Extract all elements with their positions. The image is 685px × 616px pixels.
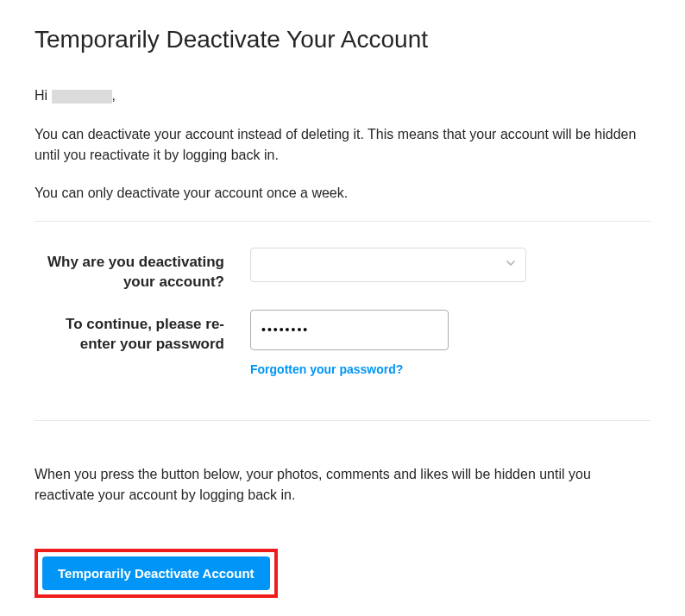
form-section: Why are you deactivating your account? T… — [35, 221, 650, 420]
bottom-paragraph: When you press the button below, your ph… — [35, 464, 650, 506]
reason-row: Why are you deactivating your account? — [35, 248, 650, 292]
username-redacted — [52, 90, 112, 104]
password-row: To continue, please re-enter your passwo… — [35, 310, 650, 377]
button-highlight: Temporarily Deactivate Account — [35, 549, 278, 598]
page-title: Temporarily Deactivate Your Account — [35, 26, 650, 53]
greeting-suffix: , — [112, 88, 116, 103]
password-input[interactable] — [250, 310, 449, 350]
deactivate-button[interactable]: Temporarily Deactivate Account — [42, 556, 270, 590]
greeting-line: Hi , — [35, 88, 650, 104]
intro-paragraph-2: You can only deactivate your account onc… — [35, 183, 650, 204]
greeting-prefix: Hi — [35, 88, 52, 103]
forgot-password-link[interactable]: Forgotten your password? — [250, 362, 403, 376]
password-label: To continue, please re-enter your passwo… — [35, 310, 250, 355]
intro-paragraph-1: You can deactivate your account instead … — [35, 124, 650, 166]
reason-select-wrapper — [250, 248, 526, 282]
reason-label: Why are you deactivating your account? — [35, 248, 250, 292]
bottom-section: When you press the button below, your ph… — [35, 420, 650, 598]
reason-select[interactable] — [250, 248, 526, 282]
